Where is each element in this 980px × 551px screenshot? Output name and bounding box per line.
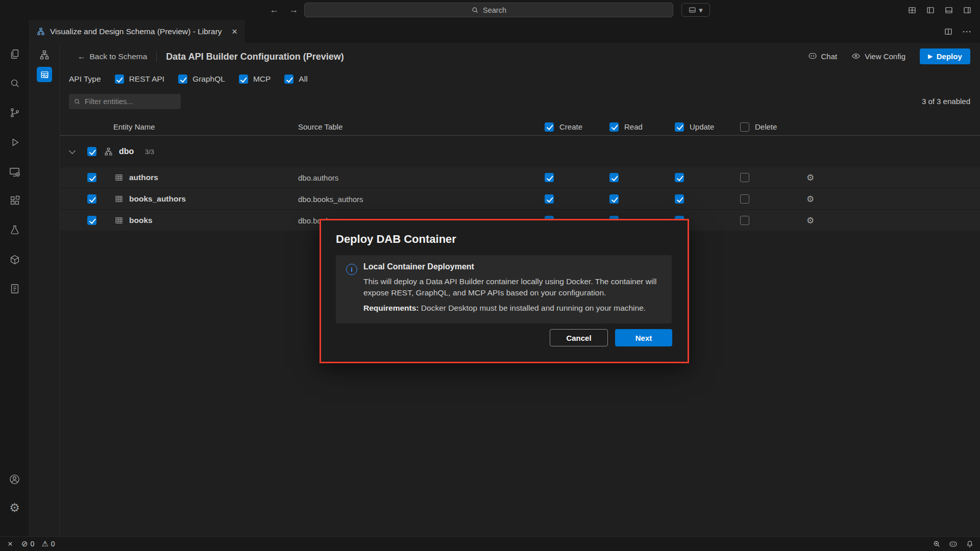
collapse-chevron-icon[interactable] xyxy=(69,147,76,154)
copilot-status-icon[interactable] xyxy=(949,540,958,548)
schema-view-icon[interactable] xyxy=(30,47,59,63)
group-count: 3/3 xyxy=(145,143,154,160)
customize-layout-icon[interactable] xyxy=(908,6,917,15)
row-settings-gear-icon[interactable]: ⚙ xyxy=(806,210,814,231)
deploy-button[interactable]: ▶ Deploy xyxy=(920,48,970,64)
mcp-option[interactable]: MCP xyxy=(239,74,271,84)
back-label: Back to Schema xyxy=(90,52,148,61)
update-checkbox[interactable] xyxy=(675,173,684,182)
delete-checkbox[interactable] xyxy=(740,216,749,225)
tab-title: Visualize and Design Schema (Preview) - … xyxy=(50,27,222,36)
delete-checkbox[interactable] xyxy=(740,173,749,182)
package-icon[interactable] xyxy=(0,247,29,272)
search-placeholder: Search xyxy=(483,6,506,14)
group-checkbox[interactable] xyxy=(87,147,96,156)
run-debug-icon[interactable] xyxy=(0,130,29,155)
create-checkbox[interactable] xyxy=(545,194,554,204)
requirements-text: Docker Desktop must be installed and run… xyxy=(421,304,646,312)
nav-back-icon[interactable]: ← xyxy=(270,5,279,15)
panel-layout-icon xyxy=(689,6,696,14)
all-option[interactable]: All xyxy=(284,74,307,84)
api-type-label: API Type xyxy=(69,74,101,84)
col-update-checkbox[interactable] xyxy=(675,122,684,132)
remote-indicator-icon[interactable] xyxy=(6,540,14,548)
toggle-sidebar-right-icon[interactable] xyxy=(963,6,972,15)
cancel-button[interactable]: Cancel xyxy=(550,329,608,346)
play-icon: ▶ xyxy=(928,53,932,60)
row-checkbox[interactable] xyxy=(87,194,96,204)
rest-api-option[interactable]: REST API xyxy=(115,74,165,84)
schema-group-icon xyxy=(104,143,113,160)
tab-visualize-design-schema[interactable]: Visualize and Design Schema (Preview) - … xyxy=(30,20,244,43)
update-checkbox[interactable] xyxy=(675,194,684,204)
notebook-icon[interactable] xyxy=(0,277,29,301)
col-delete-checkbox[interactable] xyxy=(740,122,749,132)
tab-close-icon[interactable]: × xyxy=(232,27,237,36)
designer-toolbar xyxy=(30,43,60,536)
mcp-checkbox[interactable] xyxy=(239,74,248,84)
chat-button[interactable]: Chat xyxy=(808,52,838,61)
read-checkbox[interactable] xyxy=(609,194,619,204)
col-delete-label: Delete xyxy=(755,118,777,135)
warnings-count: 0 xyxy=(51,540,55,548)
delete-checkbox[interactable] xyxy=(740,194,749,204)
view-config-label: View Config xyxy=(865,52,905,61)
table-icon xyxy=(115,167,123,188)
zoom-icon[interactable] xyxy=(933,540,941,548)
toggle-panel-icon[interactable] xyxy=(944,6,953,15)
requirements-line: Requirements: Docker Desktop must be ins… xyxy=(363,304,663,313)
filter-entities-field[interactable] xyxy=(69,94,181,109)
warnings-status[interactable]: ⚠ 0 xyxy=(41,539,55,548)
remote-explorer-icon[interactable] xyxy=(0,160,29,184)
rest-api-checkbox[interactable] xyxy=(115,74,124,84)
read-checkbox[interactable] xyxy=(609,173,619,182)
row-checkbox[interactable] xyxy=(87,216,96,225)
col-entity-name: Entity Name xyxy=(113,118,155,135)
chat-layout-toggle[interactable]: ▾ xyxy=(681,3,710,17)
source-control-icon[interactable] xyxy=(0,101,29,125)
more-actions-icon[interactable]: ⋯ xyxy=(962,26,972,37)
col-create-label: Create xyxy=(559,118,582,135)
testing-beaker-icon[interactable] xyxy=(0,218,29,242)
table-row[interactable]: authors dbo.authors ⚙ xyxy=(60,167,980,188)
view-config-button[interactable]: View Config xyxy=(851,52,905,61)
settings-gear-icon[interactable]: ⚙ xyxy=(0,495,29,520)
table-icon xyxy=(115,210,123,231)
back-arrow-icon: ← xyxy=(78,52,86,61)
warning-icon: ⚠ xyxy=(41,539,48,548)
status-bar: ⊘ 0 ⚠ 0 xyxy=(0,536,980,551)
row-checkbox[interactable] xyxy=(87,173,96,182)
enabled-summary: 3 of 3 enabled xyxy=(922,97,970,106)
row-settings-gear-icon[interactable]: ⚙ xyxy=(806,167,814,188)
table-row[interactable]: books_authors dbo.books_authors ⚙ xyxy=(60,189,980,209)
all-checkbox[interactable] xyxy=(284,74,293,84)
explorer-icon[interactable] xyxy=(0,42,29,66)
split-editor-icon[interactable] xyxy=(944,27,953,36)
filter-entities-input[interactable] xyxy=(85,97,176,106)
next-button[interactable]: Next xyxy=(615,329,672,346)
account-icon[interactable] xyxy=(0,467,29,491)
schema-group-row[interactable]: dbo 3/3 xyxy=(60,143,980,160)
chat-label: Chat xyxy=(821,52,838,61)
nav-forward-icon[interactable]: → xyxy=(289,5,298,15)
notifications-bell-icon[interactable] xyxy=(966,540,974,548)
search-input[interactable]: Search xyxy=(304,3,673,17)
col-read-label: Read xyxy=(624,118,643,135)
errors-status[interactable]: ⊘ 0 xyxy=(21,539,34,548)
graphql-option[interactable]: GraphQL xyxy=(178,74,225,84)
create-checkbox[interactable] xyxy=(545,173,554,182)
graphql-checkbox[interactable] xyxy=(178,74,187,84)
back-to-schema-link[interactable]: ← Back to Schema xyxy=(78,52,147,61)
search-sidebar-icon[interactable] xyxy=(0,71,29,95)
toggle-sidebar-left-icon[interactable] xyxy=(926,6,935,15)
col-read-checkbox[interactable] xyxy=(609,122,619,132)
col-source-table: Source Table xyxy=(298,118,342,135)
filter-search-icon xyxy=(74,98,81,105)
col-create-checkbox[interactable] xyxy=(545,122,554,132)
page-title: Data API Builder Configuration (Preview) xyxy=(166,52,344,62)
info-icon: i xyxy=(346,264,357,275)
extensions-icon[interactable] xyxy=(0,188,29,213)
dab-config-view-icon[interactable] xyxy=(37,67,52,82)
search-icon xyxy=(471,6,479,14)
row-settings-gear-icon[interactable]: ⚙ xyxy=(806,189,814,209)
